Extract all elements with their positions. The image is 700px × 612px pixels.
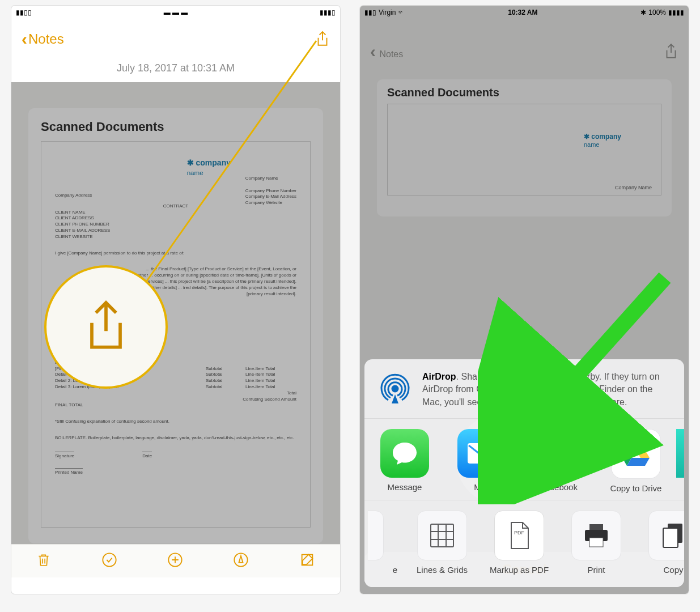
share-action-partial[interactable]: e	[368, 511, 402, 575]
share-action-copy[interactable]: Copy	[637, 511, 684, 575]
left-phone: ▮▮▯▯ ▬ ▬ ▬ ▮▮▮▯ ‹ Notes July 18, 2017 at…	[11, 6, 340, 594]
action-icon	[368, 511, 384, 560]
right-phone: ▮▮▯ Virgin ᯤ 10:32 AM ✱ 100% ▮▮▮▮ ‹ Note…	[360, 6, 689, 594]
compose-icon[interactable]	[299, 552, 315, 570]
svg-rect-13	[663, 528, 678, 547]
checklist-icon[interactable]	[101, 552, 117, 570]
share-action-lines-grids[interactable]: Lines & Grids	[405, 511, 479, 575]
message-icon	[380, 429, 429, 478]
svg-point-5	[392, 386, 398, 392]
svg-line-14	[517, 278, 665, 442]
leader-line	[11, 6, 340, 516]
copy-icon	[648, 511, 684, 560]
share-action-label: Markup as PDF	[482, 565, 556, 575]
pdf-document-icon: PDF	[494, 511, 544, 560]
grid-icon	[417, 511, 467, 560]
new-add-icon[interactable]	[167, 552, 183, 570]
share-action-print[interactable]: Print	[559, 511, 633, 575]
svg-point-0	[103, 553, 116, 566]
share-action-markup-pdf[interactable]: PDF Markup as PDF	[482, 511, 556, 575]
share-action-label: Print	[559, 565, 633, 575]
svg-line-4	[145, 41, 316, 283]
trash-icon[interactable]	[36, 552, 51, 570]
share-sheet-wrap: AirDrop. Share instantly with people nea…	[360, 545, 689, 594]
tutorial-composite: ▮▮▯▯ ▬ ▬ ▬ ▮▮▮▯ ‹ Notes July 18, 2017 at…	[0, 0, 700, 612]
share-app-label: Message	[368, 482, 442, 492]
svg-rect-9	[589, 524, 603, 530]
share-app-message[interactable]: Message	[368, 429, 442, 493]
markup-pen-icon[interactable]	[233, 552, 249, 570]
share-action-label: Copy	[637, 565, 684, 575]
share-actions-row[interactable]: e Lines & Grids PDF Markup as PDF	[364, 500, 684, 587]
svg-rect-11	[589, 538, 603, 547]
svg-rect-7	[431, 524, 453, 547]
airdrop-icon	[377, 371, 413, 409]
share-action-label: Lines & Grids	[405, 565, 479, 575]
bottom-toolbar	[11, 544, 340, 577]
share-action-label: e	[368, 565, 402, 575]
printer-icon	[571, 511, 621, 560]
share-icon-callout	[44, 265, 168, 389]
instruction-arrow	[478, 266, 682, 504]
svg-text:PDF: PDF	[514, 530, 525, 536]
